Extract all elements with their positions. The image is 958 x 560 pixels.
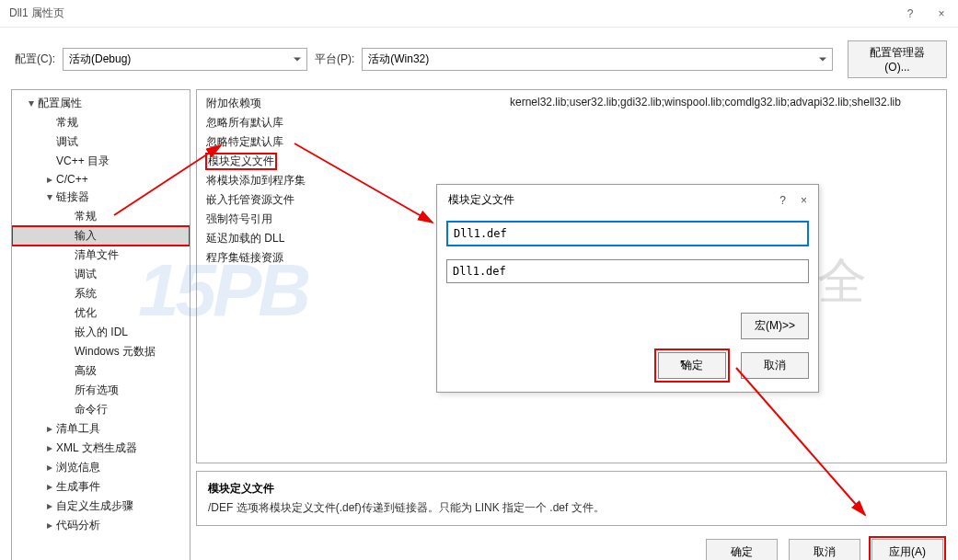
property-label: 忽略所有默认库 (206, 115, 510, 131)
module-def-evaluated (446, 259, 809, 283)
macro-button[interactable]: 宏(M)>> (741, 313, 809, 339)
nav-tree[interactable]: ▾配置属性常规调试VC++ 目录▸C/C++▾链接器常规输入清单文件调试系统优化… (11, 89, 190, 560)
dialog-controls: ? × (779, 194, 807, 207)
property-label: 模块定义文件 (206, 154, 276, 169)
tree-item[interactable]: ▸自定义生成步骤 (12, 497, 190, 516)
module-def-dialog: 模块定义文件 ? × 宏(M)>> ↖ 确定 取消 (436, 184, 819, 393)
module-def-input[interactable] (446, 221, 809, 246)
property-value (510, 134, 937, 150)
dialog-ok-button[interactable]: ↖ 确定 (658, 352, 726, 379)
tree-item[interactable]: ▸浏览信息 (12, 458, 190, 477)
tree-item[interactable]: 嵌入的 IDL (12, 323, 190, 342)
dialog-body (437, 215, 818, 296)
tree-item[interactable]: 调试 (12, 265, 190, 284)
titlebar: Dll1 属性页 ? × (0, 0, 958, 28)
dialog-help-icon[interactable]: ? (779, 194, 786, 207)
property-value (510, 115, 937, 131)
platform-select[interactable]: 活动(Win32) (362, 48, 833, 71)
tree-item[interactable]: 所有选项 (12, 381, 190, 400)
toolbar: 配置(C): 活动(Debug) 平台(P): 活动(Win32) 配置管理器(… (0, 28, 958, 89)
window-controls: ? × (903, 7, 949, 20)
tree-item[interactable]: ▸生成事件 (12, 477, 190, 497)
cancel-button[interactable]: 取消 (789, 539, 860, 560)
tree-item[interactable]: 调试 (12, 132, 190, 152)
help-icon[interactable]: ? (903, 7, 918, 20)
dialog-title: 模块定义文件 (448, 192, 514, 208)
ok-button[interactable]: 确定 (706, 539, 778, 560)
dialog-close-icon[interactable]: × (801, 194, 807, 207)
property-label: 忽略特定默认库 (206, 134, 510, 150)
tree-item[interactable]: ▾链接器 (12, 188, 190, 207)
desc-title: 模块定义文件 (208, 481, 935, 497)
tree-item[interactable]: ▾配置属性 (12, 94, 190, 113)
platform-value: 活动(Win32) (368, 52, 429, 65)
apply-button[interactable]: 应用(A) (871, 539, 943, 560)
property-row[interactable]: 附加依赖项kernel32.lib;user32.lib;gdi32.lib;w… (197, 94, 946, 113)
property-value: kernel32.lib;user32.lib;gdi32.lib;winspo… (510, 96, 937, 111)
tree-item[interactable]: VC++ 目录 (12, 152, 190, 171)
tree-item[interactable]: 输入 (12, 226, 190, 246)
dialog-ok-label: 确定 (681, 359, 703, 371)
config-manager-button[interactable]: 配置管理器(O)... (848, 40, 947, 78)
tree-item[interactable]: 常规 (12, 113, 190, 132)
platform-label: 平台(P): (315, 51, 354, 67)
tree-item[interactable]: 常规 (12, 207, 190, 226)
dialog-cancel-button[interactable]: 取消 (741, 352, 809, 379)
tree-item[interactable]: Windows 元数据 (12, 342, 190, 361)
description-panel: 模块定义文件 /DEF 选项将模块定义文件(.def)传递到链接器。只能为 LI… (196, 471, 947, 526)
tree-item[interactable]: 系统 (12, 284, 190, 303)
tree-item[interactable]: 优化 (12, 303, 190, 323)
desc-text: /DEF 选项将模块定义文件(.def)传递到链接器。只能为 LINK 指定一个… (208, 500, 935, 516)
config-select[interactable]: 活动(Debug) (63, 48, 307, 71)
dialog-button-row: ↖ 确定 取消 (437, 347, 818, 392)
dialog-titlebar: 模块定义文件 ? × (437, 185, 818, 215)
tree-item[interactable]: 清单文件 (12, 246, 190, 265)
dialog-macro-row: 宏(M)>> (437, 296, 818, 347)
tree-item[interactable]: 命令行 (12, 400, 190, 419)
tree-item[interactable]: ▸清单工具 (12, 419, 190, 439)
bottom-buttons: 确定 取消 应用(A) (196, 533, 947, 560)
config-value: 活动(Debug) (69, 52, 131, 65)
tree-item[interactable]: ▸C/C++ (12, 171, 190, 188)
tree-item[interactable]: ▸代码分析 (12, 516, 190, 535)
property-row[interactable]: 模块定义文件 (197, 152, 946, 171)
close-icon[interactable]: × (934, 7, 949, 20)
property-row[interactable]: 忽略所有默认库 (197, 113, 946, 132)
tree-item[interactable]: ▸XML 文档生成器 (12, 439, 190, 458)
property-label: 附加依赖项 (206, 96, 510, 111)
property-value (276, 154, 937, 169)
window-title: Dll1 属性页 (9, 6, 64, 21)
config-label: 配置(C): (15, 51, 55, 67)
tree-item[interactable]: 高级 (12, 361, 190, 381)
property-row[interactable]: 忽略特定默认库 (197, 132, 946, 152)
